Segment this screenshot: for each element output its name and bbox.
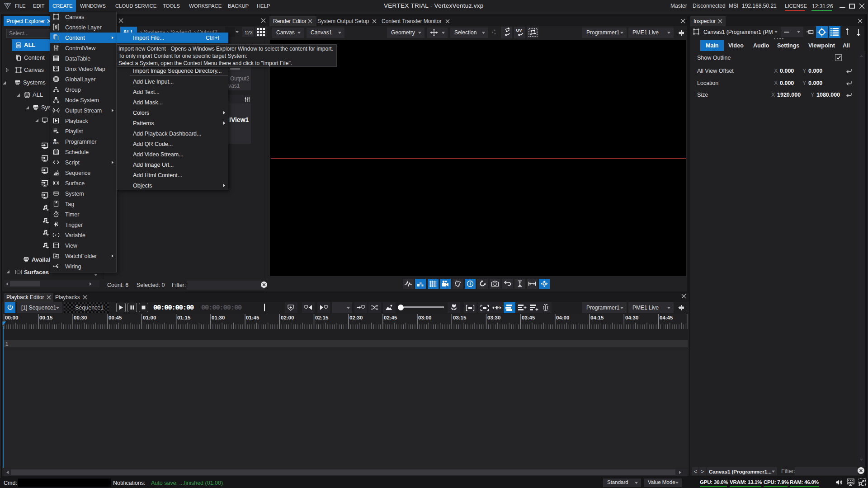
svg-text:UV: UV <box>516 28 523 33</box>
svg-text:PRG: PRG <box>53 142 59 145</box>
svg-text:x: x <box>54 233 57 237</box>
